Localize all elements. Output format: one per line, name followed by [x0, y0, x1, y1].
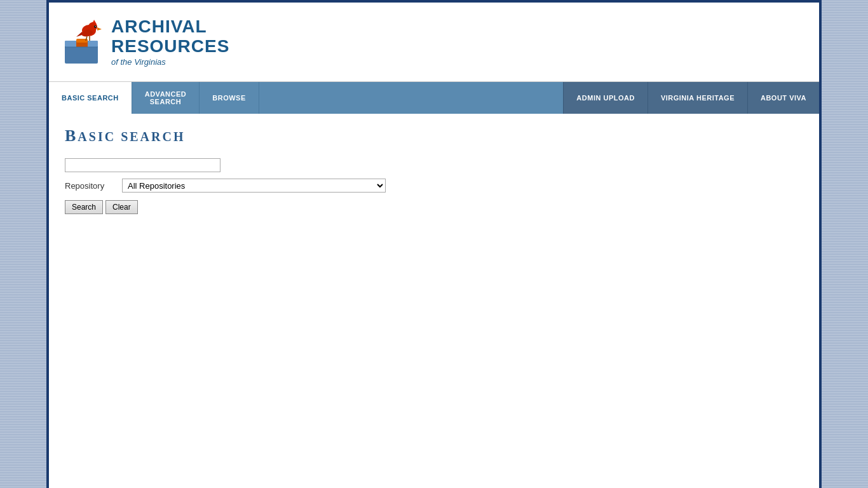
nav-browse[interactable]: BROWSE [200, 82, 259, 114]
nav-basic-search[interactable]: BASIC SEARCH [49, 82, 132, 114]
svg-point-12 [94, 25, 97, 28]
nav-admin-upload[interactable]: ADMIN UPLOAD [563, 82, 648, 114]
header: ARCHIVAL RESOURCES of the Virginias [49, 3, 819, 82]
page-title: BASIC SEARCH [65, 126, 803, 146]
logo-subtitle: of the Virginias [111, 57, 229, 67]
logo-text: ARCHIVAL RESOURCES of the Virginias [111, 17, 229, 67]
repository-label: Repository [65, 181, 116, 191]
search-button[interactable]: Search [65, 200, 103, 214]
clear-button[interactable]: Clear [105, 200, 138, 214]
logo-title: ARCHIVAL RESOURCES [111, 17, 229, 57]
repository-row: Repository All Repositories University o… [65, 179, 803, 193]
outer-wrapper: ARCHIVAL RESOURCES of the Virginias BASI… [46, 0, 822, 488]
nav-virginia-heritage[interactable]: VIRGINIA HERITAGE [648, 82, 747, 114]
nav-spacer [259, 82, 564, 114]
search-input[interactable] [65, 158, 220, 172]
button-row: Search Clear [65, 200, 803, 214]
svg-marker-11 [97, 27, 102, 30]
search-form: Repository All Repositories University o… [65, 158, 803, 214]
repository-select[interactable]: All Repositories University of Virginia … [122, 179, 386, 193]
main-content: BASIC SEARCH Repository All Repositories… [49, 114, 819, 488]
nav-bar: BASIC SEARCH ADVANCED SEARCH BROWSE ADMI… [49, 82, 819, 114]
logo-area: ARCHIVAL RESOURCES of the Virginias [58, 17, 229, 67]
svg-point-13 [95, 26, 96, 27]
nav-advanced-search[interactable]: ADVANCED SEARCH [132, 82, 200, 114]
nav-about-viva[interactable]: ABOUT VIVA [747, 82, 819, 114]
logo-icon [58, 17, 106, 67]
